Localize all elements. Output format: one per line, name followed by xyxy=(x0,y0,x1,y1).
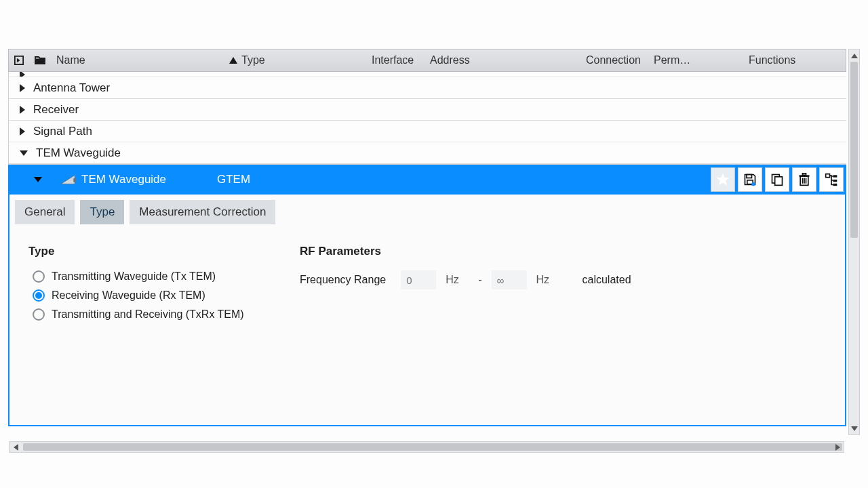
waveguide-icon xyxy=(61,174,76,186)
svg-rect-10 xyxy=(775,177,783,186)
column-label-connection: Connection xyxy=(586,54,641,66)
copy-icon xyxy=(770,173,784,186)
frequency-to-unit: Hz xyxy=(536,274,559,286)
svg-rect-4 xyxy=(73,178,76,182)
column-label-type: Type xyxy=(241,54,265,66)
scroll-right-icon[interactable] xyxy=(831,442,844,452)
svg-marker-5 xyxy=(717,174,729,185)
radio-rx-tem[interactable]: Receiving Waveguide (Rx TEM) xyxy=(33,289,273,302)
radio-tx-tem[interactable]: Transmitting Waveguide (Tx TEM) xyxy=(33,270,273,283)
header-icon-2[interactable] xyxy=(29,49,51,71)
expand-icon[interactable] xyxy=(20,84,25,92)
scroll-left-icon[interactable] xyxy=(9,442,22,452)
tab-type[interactable]: Type xyxy=(80,200,124,224)
tree-label: Antenna Tower xyxy=(33,81,110,95)
sort-indicator-icon xyxy=(229,57,237,64)
tree-row-tem-waveguide[interactable]: TEM Waveguide xyxy=(9,142,846,164)
svg-rect-6 xyxy=(747,175,752,178)
svg-rect-17 xyxy=(826,174,830,178)
svg-rect-16 xyxy=(803,174,806,176)
type-column: Type Transmitting Waveguide (Tx TEM) Rec… xyxy=(28,245,273,327)
column-header-bar: Name Type Interface Address Connection P… xyxy=(8,49,846,72)
tree-label: Signal Path xyxy=(33,125,92,138)
rf-section-title: RF Parameters xyxy=(300,245,826,258)
svg-marker-3 xyxy=(61,176,75,184)
structure-button[interactable] xyxy=(819,167,844,192)
svg-point-8 xyxy=(751,182,755,186)
rf-parameters-column: RF Parameters Frequency Range Hz - Hz ca… xyxy=(300,245,826,327)
tab-bar: General Type Measurement Correction xyxy=(15,200,840,224)
frequency-range-label: Frequency Range xyxy=(300,274,386,286)
copy-button[interactable] xyxy=(765,167,789,192)
expand-icon[interactable] xyxy=(20,127,25,136)
frequency-to-input[interactable] xyxy=(492,270,527,289)
column-label-perm: Perm… xyxy=(654,54,690,66)
tree-label: TEM Waveguide xyxy=(36,146,121,160)
radio-txrx-tem[interactable]: Transmitting and Receiving (TxRx TEM) xyxy=(33,308,273,321)
device-toolbar xyxy=(711,167,844,192)
tab-measurement-correction[interactable]: Measurement Correction xyxy=(130,200,275,224)
svg-marker-1 xyxy=(17,58,20,62)
star-icon xyxy=(716,173,730,186)
column-functions[interactable]: Functions xyxy=(743,49,846,71)
tree-label: Receiver xyxy=(33,103,79,117)
column-label-name: Name xyxy=(56,54,85,66)
selected-device-row[interactable]: TEM Waveguide GTEM xyxy=(8,165,846,195)
terminal-icon xyxy=(14,54,24,67)
device-tree: Antenna Tower Receiver Signal Path TEM W… xyxy=(8,72,846,165)
column-interface[interactable]: Interface xyxy=(366,49,425,71)
expand-icon xyxy=(20,72,25,77)
expand-icon[interactable] xyxy=(20,106,25,114)
frequency-range-row: Frequency Range Hz - Hz calculated xyxy=(300,270,826,289)
tab-content: Type Transmitting Waveguide (Tx TEM) Rec… xyxy=(15,224,840,334)
frequency-from-input[interactable] xyxy=(401,270,436,289)
radio-label: Receiving Waveguide (Rx TEM) xyxy=(52,289,205,302)
save-icon xyxy=(743,173,757,186)
radio-label: Transmitting and Receiving (TxRx TEM) xyxy=(52,308,244,321)
svg-marker-2 xyxy=(35,59,45,64)
svg-rect-19 xyxy=(833,180,837,182)
selected-device-name: TEM Waveguide xyxy=(81,173,217,186)
favorite-button[interactable] xyxy=(711,167,735,192)
column-connection[interactable]: Connection xyxy=(580,49,648,71)
save-button[interactable] xyxy=(738,167,762,192)
device-list: Name Type Interface Address Connection P… xyxy=(8,49,846,426)
frequency-from-unit: Hz xyxy=(446,274,469,286)
radio-icon xyxy=(33,270,45,283)
device-detail-panel: General Type Measurement Correction Type… xyxy=(8,195,846,426)
tree-structure-icon xyxy=(825,173,838,186)
collapse-icon[interactable] xyxy=(20,150,28,156)
delete-button[interactable] xyxy=(792,167,816,192)
tree-row-signal-path[interactable]: Signal Path xyxy=(9,121,846,142)
column-name[interactable]: Name xyxy=(51,49,224,71)
radio-icon xyxy=(33,289,45,302)
horizontal-scrollbar[interactable] xyxy=(9,441,844,453)
calculated-label: calculated xyxy=(583,274,631,286)
column-label-interface: Interface xyxy=(372,54,414,66)
folder-open-icon xyxy=(35,54,45,67)
trash-icon xyxy=(797,173,811,186)
radio-icon xyxy=(33,308,45,321)
column-perm[interactable]: Perm… xyxy=(648,49,743,71)
tree-row-truncated[interactable] xyxy=(9,72,846,77)
column-label-functions: Functions xyxy=(749,54,795,66)
dash-separator: - xyxy=(478,274,481,286)
scroll-down-icon[interactable] xyxy=(849,422,859,434)
column-address[interactable]: Address xyxy=(425,49,580,71)
vertical-scrollbar[interactable] xyxy=(848,49,860,435)
radio-label: Transmitting Waveguide (Tx TEM) xyxy=(52,270,216,283)
tree-row-receiver[interactable]: Receiver xyxy=(9,99,846,121)
tree-row-antenna-tower[interactable]: Antenna Tower xyxy=(9,77,846,99)
selected-device-type: GTEM xyxy=(217,173,339,186)
tab-general[interactable]: General xyxy=(15,200,75,224)
header-icon-1[interactable] xyxy=(9,49,29,71)
scroll-up-icon[interactable] xyxy=(849,49,859,62)
scroll-thumb[interactable] xyxy=(850,62,858,238)
svg-rect-20 xyxy=(833,184,837,186)
svg-rect-18 xyxy=(833,175,837,177)
column-label-address: Address xyxy=(430,54,470,66)
column-type[interactable]: Type xyxy=(224,49,366,71)
type-section-title: Type xyxy=(28,245,273,258)
scroll-thumb[interactable] xyxy=(23,443,842,451)
collapse-icon[interactable] xyxy=(34,177,42,182)
